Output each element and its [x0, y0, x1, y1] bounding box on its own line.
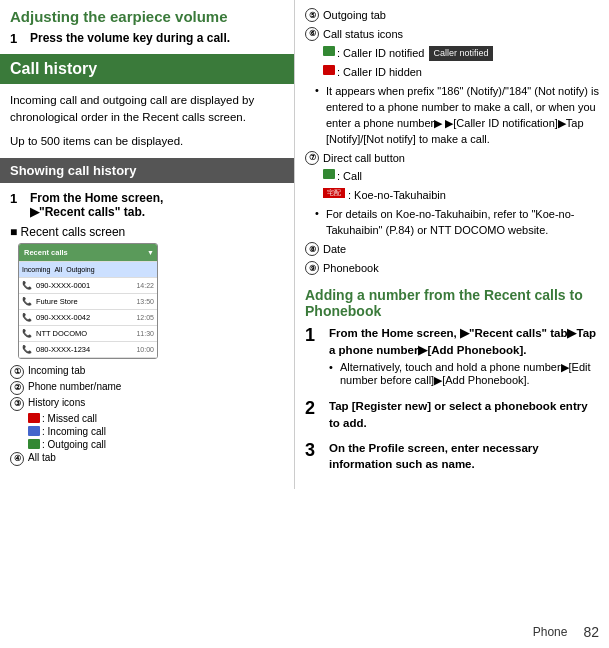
caller-id-hidden-icon [323, 65, 335, 75]
call-history-body2: Up to 500 items can be displayed. [10, 133, 284, 150]
step-1-row: 1 Press the volume key during a call. [10, 31, 284, 46]
caller-notified-badge: Caller notified [429, 46, 492, 61]
show-step-1: 1 From the Home screen, ▶"Recent calls" … [10, 191, 284, 219]
adding-step-2: 2 Tap [Register new] or select a phonebo… [305, 398, 599, 431]
koe-bullet: • For details on Koe-no-Takuhaibin, refe… [315, 207, 599, 239]
call-history-header: Call history [0, 54, 294, 84]
phone-row-1: 📞 090-XXXX-0001 14:22 [19, 278, 157, 294]
right-item-caller-notified: : Caller ID notified Caller notified [323, 46, 599, 62]
show-history-header: Showing call history [0, 158, 294, 183]
step-1-text: Press the volume key during a call. [30, 31, 230, 45]
right-item-caller-hidden: : Caller ID hidden [323, 65, 599, 81]
adding-section-title: Adding a number from the Recent calls to… [305, 287, 599, 319]
annot-3a: : Missed call [28, 413, 284, 424]
phone-rows-container: 📞 090-XXXX-0001 14:22 📞 Future Store 13:… [19, 278, 157, 358]
footer-page: 82 [583, 624, 599, 640]
step-1-num: 1 [10, 31, 26, 46]
annot-2: ② Phone number/name [10, 381, 284, 395]
incoming-call-icon [28, 426, 40, 436]
annot-3: ③ History icons [10, 397, 284, 411]
adding-step-1: 1 From the Home screen, ▶"Recent calls" … [305, 325, 599, 390]
phone-header-row: Recent calls ▼ [19, 244, 157, 262]
show-step-1-num: 1 [10, 191, 26, 206]
direct-call-icon [323, 169, 335, 179]
right-item-call-sub: : Call [323, 169, 599, 185]
phone-row-3: 📞 090-XXXX-0042 12:05 [19, 310, 157, 326]
show-step-1-text: From the Home screen, ▶"Recent calls" ta… [30, 191, 163, 219]
koe-icon: 宅配 [323, 188, 345, 198]
right-item-8: ⑧ Date [305, 242, 599, 258]
recent-calls-label: ■ Recent calls screen [10, 225, 284, 239]
call-status-section: ⑤ Outgoing tab ⑥ Call status icons : Cal… [305, 8, 599, 277]
right-column: ⑤ Outgoing tab ⑥ Call status icons : Cal… [295, 0, 609, 489]
annot-3b: : Incoming call [28, 426, 284, 437]
phone-screenshot: Recent calls ▼ Incoming All Outgoing 📞 0… [18, 243, 158, 359]
right-item-7: ⑦ Direct call button [305, 151, 599, 167]
phone-tab-row: Incoming All Outgoing [19, 262, 157, 278]
outgoing-call-icon [28, 439, 40, 449]
left-column: Adjusting the earpiece volume 1 Press th… [0, 0, 295, 489]
missed-call-icon [28, 413, 40, 423]
annotations-left: ① Incoming tab ② Phone number/name ③ His… [10, 365, 284, 466]
phone-row-2: 📞 Future Store 13:50 [19, 294, 157, 310]
adding-step-1-bullet: • Alternatively, touch and hold a phone … [329, 361, 599, 387]
footer-label: Phone [533, 625, 568, 639]
caller-id-bullet: • It appears when prefix "186" (Notify)/… [315, 84, 599, 148]
annot-1: ① Incoming tab [10, 365, 284, 379]
page-layout: Adjusting the earpiece volume 1 Press th… [0, 0, 609, 489]
right-item-9: ⑨ Phonebook [305, 261, 599, 277]
caller-id-notified-icon [323, 46, 335, 56]
footer: Phone 82 [533, 624, 599, 640]
right-item-6: ⑥ Call status icons [305, 27, 599, 43]
phone-row-5: 📞 080-XXXX-1234 10:00 [19, 342, 157, 358]
annot-4: ④ All tab [10, 452, 284, 466]
call-history-body1: Incoming call and outgoing call are disp… [10, 92, 284, 127]
right-item-5: ⑤ Outgoing tab [305, 8, 599, 24]
annot-3c: : Outgoing call [28, 439, 284, 450]
adding-step-3: 3 On the Profile screen, enter necessary… [305, 440, 599, 473]
adding-steps: 1 From the Home screen, ▶"Recent calls" … [305, 325, 599, 473]
phone-row-4: 📞 NTT DOCOMO 11:30 [19, 326, 157, 342]
left-section-title: Adjusting the earpiece volume [10, 8, 284, 25]
right-item-koe-sub: 宅配 : Koe-no-Takuhaibin [323, 188, 599, 204]
